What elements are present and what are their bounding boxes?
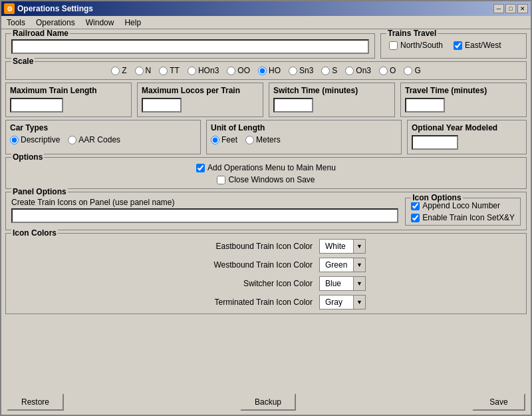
window-title: Operations Settings [17, 4, 93, 13]
north-south-option[interactable]: North/South [389, 41, 443, 50]
car-type-aar[interactable]: AAR Codes [68, 135, 120, 144]
terminated-dropdown-btn[interactable]: ▼ [353, 296, 365, 309]
switcher-color-select[interactable]: Blue ▼ [319, 276, 366, 291]
north-south-checkbox[interactable] [389, 41, 398, 50]
switch-time-label: Switch Time (minutes) [273, 86, 390, 95]
panel-name-input[interactable]: Operations Demo Panel [11, 208, 398, 223]
max-locos-section: Maximum Locos per Train 3 [137, 83, 263, 117]
panel-options-section: Panel Options Create Train Icons on Pane… [5, 192, 527, 230]
save-button[interactable]: Save [472, 393, 525, 411]
travel-time-label: Travel Time (minutes) [405, 86, 522, 95]
minimize-button[interactable]: ─ [493, 4, 504, 13]
car-type-descriptive[interactable]: Descriptive [10, 135, 60, 144]
restore-button[interactable]: Restore [7, 393, 64, 411]
optional-year-label: Optional Year Modeled [412, 123, 522, 132]
scale-label: Scale [11, 57, 35, 66]
trains-travel-section: Trains Travel North/South East/West [380, 33, 527, 59]
east-west-option[interactable]: East/West [454, 41, 501, 50]
scale-on3[interactable]: On3 [345, 66, 371, 75]
enable-setxy-label: Enable Train Icon SetX&Y [422, 213, 515, 222]
icon-colors-content: Eastbound Train Icon Color White ▼ Westb… [11, 239, 521, 310]
switcher-color-row: Switcher Icon Color Blue ▼ [11, 276, 521, 291]
max-train-length-input[interactable]: 900 [10, 98, 63, 112]
scale-sn3[interactable]: Sn3 [289, 66, 313, 75]
switcher-dropdown-btn[interactable]: ▼ [353, 277, 365, 290]
east-west-label: East/West [465, 41, 501, 50]
eastbound-color-row: Eastbound Train Icon Color White ▼ [11, 239, 521, 254]
westbound-color-row: Westbound Train Icon Color Green ▼ [11, 258, 521, 272]
panel-options-row: Create Train Icons on Panel (use panel n… [11, 198, 521, 226]
unit-feet[interactable]: Feet [211, 135, 237, 144]
unit-length-section: Unit of Length Feet Meters [206, 120, 402, 154]
westbound-dropdown-btn[interactable]: ▼ [353, 258, 365, 272]
scale-g[interactable]: G [404, 66, 420, 75]
max-train-length-section: Maximum Train Length 900 [5, 83, 132, 117]
create-train-label: Create Train Icons on Panel (use panel n… [11, 198, 398, 207]
options-content: Add Operations Menu to Main Menu Close W… [11, 163, 521, 184]
bottom-bar: Restore Backup Save [1, 389, 531, 415]
travel-time-input[interactable]: 4 [405, 98, 445, 112]
trains-travel-label: Trains Travel [386, 29, 438, 38]
terminated-color-row: Terminated Train Icon Color Gray ▼ [11, 295, 521, 310]
feet-label: Feet [221, 135, 237, 144]
unit-length-radios: Feet Meters [211, 135, 397, 144]
unit-meters[interactable]: Meters [245, 135, 281, 144]
scale-radios: Z N TT HOn3 OO HO Sn3 S On3 O G [11, 66, 521, 75]
icon-options-group: Icon Options Append Loco Number Enable T… [405, 198, 521, 226]
railroad-name-section: Railroad Name JMRI Operations Demo Railr… [5, 33, 375, 59]
travel-time-section: Travel Time (minutes) 4 [400, 83, 527, 117]
westbound-color-select[interactable]: Green ▼ [319, 258, 366, 272]
measurement-fields-row: Maximum Train Length 900 Maximum Locos p… [5, 83, 527, 117]
add-ops-menu-checkbox[interactable] [196, 164, 205, 172]
optional-year-input[interactable] [412, 135, 458, 150]
scale-tt[interactable]: TT [159, 66, 180, 75]
maximize-button[interactable]: □ [505, 4, 516, 13]
eastbound-color-label: Eastbound Train Icon Color [166, 242, 313, 251]
switcher-color-label: Switcher Icon Color [166, 279, 313, 288]
add-ops-menu-label: Add Operations Menu to Main Menu [207, 163, 336, 172]
close-windows-option[interactable]: Close Windows on Save [217, 175, 315, 184]
east-west-checkbox[interactable] [454, 41, 462, 50]
title-bar-left: ⚙ Operations Settings [4, 3, 93, 14]
menu-tools[interactable]: Tools [1, 17, 31, 29]
append-loco-option[interactable]: Append Loco Number [411, 201, 515, 210]
scale-o[interactable]: O [379, 66, 396, 75]
eastbound-dropdown-btn[interactable]: ▼ [353, 240, 365, 253]
enable-setxy-option[interactable]: Enable Train Icon SetX&Y [411, 213, 515, 222]
terminated-color-select[interactable]: Gray ▼ [319, 295, 366, 310]
menu-help[interactable]: Help [119, 17, 146, 29]
car-types-label: Car Types [10, 123, 196, 132]
window-icon: ⚙ [4, 3, 15, 14]
create-train-group: Create Train Icons on Panel (use panel n… [11, 198, 398, 226]
icon-colors-label: Icon Colors [11, 228, 58, 238]
scale-z[interactable]: Z [111, 66, 126, 75]
close-windows-checkbox[interactable] [217, 176, 225, 184]
north-south-label: North/South [400, 41, 443, 50]
title-controls: ─ □ ✕ [493, 4, 528, 13]
descriptive-label: Descriptive [21, 135, 60, 144]
close-windows-label: Close Windows on Save [228, 175, 315, 184]
append-loco-label: Append Loco Number [422, 201, 500, 210]
add-ops-menu-option[interactable]: Add Operations Menu to Main Menu [196, 163, 336, 172]
menu-operations[interactable]: Operations [31, 17, 80, 29]
terminated-color-value: Gray [320, 296, 353, 308]
scale-oo[interactable]: OO [227, 66, 250, 75]
close-button[interactable]: ✕ [517, 4, 528, 13]
options-label: Options [11, 152, 44, 162]
max-locos-input[interactable]: 3 [142, 98, 182, 112]
switch-time-input[interactable]: 3 [273, 98, 313, 112]
scale-n[interactable]: N [135, 66, 152, 75]
railroad-name-input[interactable]: JMRI Operations Demo Railroad [11, 39, 369, 54]
railroad-name-label: Railroad Name [11, 29, 70, 38]
eastbound-color-select[interactable]: White ▼ [319, 239, 366, 254]
scale-ho[interactable]: HO [258, 66, 281, 75]
append-loco-checkbox[interactable] [411, 202, 420, 210]
enable-setxy-checkbox[interactable] [411, 214, 420, 222]
title-bar: ⚙ Operations Settings ─ □ ✕ [1, 1, 531, 16]
backup-button[interactable]: Backup [240, 393, 296, 411]
max-locos-label: Maximum Locos per Train [142, 86, 259, 95]
scale-s[interactable]: S [321, 66, 337, 75]
menu-window[interactable]: Window [80, 17, 120, 29]
main-content: Railroad Name JMRI Operations Demo Railr… [1, 29, 531, 389]
scale-hon3[interactable]: HOn3 [188, 66, 219, 75]
